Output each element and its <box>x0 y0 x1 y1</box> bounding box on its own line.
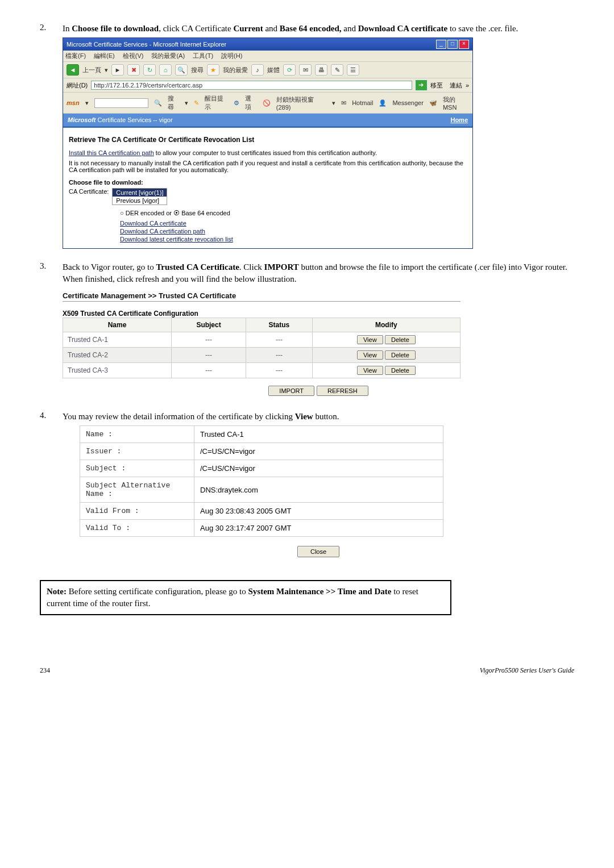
close-button[interactable]: × <box>459 40 469 49</box>
trusted-ca-table: Name Subject Status Modify Trusted CA-1 … <box>63 318 460 378</box>
menu-help[interactable]: 說明(H) <box>221 52 242 60</box>
mymsn-icon[interactable]: 🦋 <box>429 99 437 107</box>
note-box: Note: Before setting certificate configu… <box>40 580 451 615</box>
highlight-icon[interactable]: ✎ <box>194 99 199 107</box>
minimize-button[interactable]: _ <box>436 40 446 49</box>
cell-subject: --- <box>172 347 246 362</box>
go-button[interactable]: ➜ <box>416 80 427 90</box>
favorites-label: 我的最愛 <box>223 66 248 74</box>
download-ca-path-link[interactable]: Download CA certification path <box>120 228 467 235</box>
cell-status: --- <box>246 362 313 378</box>
view-button[interactable]: View <box>357 335 383 344</box>
back-icon[interactable]: ◄ <box>67 64 79 76</box>
cert-mgmt-title: Certificate Management >> Trusted CA Cer… <box>63 288 460 302</box>
detail-val: /C=US/CN=vigor <box>194 460 443 477</box>
mail-icon[interactable]: ✉ <box>299 64 312 76</box>
discuss-icon[interactable]: ☰ <box>347 64 359 76</box>
search-label: 搜尋 <box>191 66 204 74</box>
edit-icon[interactable]: ✎ <box>331 64 343 76</box>
msn-search-dropdown[interactable] <box>94 98 148 108</box>
msn-highlight-label: 醒目提示 <box>205 94 228 111</box>
certsrv-header: Microsoft Certificate Services -- vigor … <box>63 114 472 128</box>
ie-menubar: 檔案(F) 編輯(E) 檢視(V) 我的最愛(A) 工具(T) 說明(H) <box>63 51 472 62</box>
ca-cert-listbox[interactable]: Current [vigor(1)] Previous [vigor] <box>112 188 167 205</box>
ca-cert-previous[interactable]: Previous [vigor] <box>113 197 167 205</box>
menu-edit[interactable]: 編輯(E) <box>94 52 115 60</box>
certsrv-brand: Microsoft <box>68 116 96 123</box>
view-button[interactable]: View <box>357 350 383 360</box>
download-ca-cert-link[interactable]: Download CA certificate <box>120 220 467 227</box>
ie-addressbar: 網址(D) http://172.16.2.179/certsrv/certca… <box>63 78 472 93</box>
refresh-icon[interactable]: ↻ <box>143 64 156 76</box>
stop-icon[interactable]: ✖ <box>127 64 140 76</box>
msn-search-label: 搜尋 <box>168 94 180 111</box>
msn-sep: ▾ <box>185 99 188 107</box>
delete-button[interactable]: Delete <box>385 335 416 344</box>
search-icon[interactable]: 🔍 <box>175 64 188 76</box>
detail-key: Valid To : <box>80 520 194 537</box>
media-label: 媒體 <box>267 66 280 74</box>
download-crl-link[interactable]: Download latest certificate revocation l… <box>120 236 467 243</box>
view-button[interactable]: View <box>357 366 383 375</box>
guide-title: VigorPro5500 Series User's Guide <box>480 666 574 675</box>
delete-button[interactable]: Delete <box>385 366 416 375</box>
forward-icon[interactable]: ► <box>111 64 124 76</box>
msn-chevron-icon[interactable]: ▾ <box>85 99 89 107</box>
ie-titlebar: Microsoft Certificate Services - Microso… <box>63 38 472 51</box>
msn-blocker-label: 封鎖快顯視窗 (289) <box>276 95 326 111</box>
cell-subject: --- <box>172 332 246 347</box>
table-row: Trusted CA-1 --- --- View Delete <box>63 332 460 347</box>
address-input[interactable]: http://172.16.2.179/certsrv/certcarc.asp <box>91 81 412 90</box>
col-name: Name <box>63 318 172 332</box>
detail-val: DNS:draytek.com <box>194 477 443 503</box>
certsrv-home-link[interactable]: Home <box>450 116 468 123</box>
favorites-icon[interactable]: ★ <box>207 64 219 76</box>
messenger-icon[interactable]: 👤 <box>379 99 387 107</box>
home-icon[interactable]: ⌂ <box>159 64 172 76</box>
install-ca-path-rest: to allow your computer to trust certific… <box>154 149 377 156</box>
close-button[interactable]: Close <box>297 546 339 557</box>
popup-blocker-icon[interactable]: 🚫 <box>263 99 271 107</box>
address-label: 網址(D) <box>67 81 88 90</box>
menu-tools[interactable]: 工具(T) <box>193 52 213 60</box>
step-2-number: 2. <box>40 23 63 249</box>
msn-hotmail-label: Hotmail <box>352 99 373 106</box>
step-4-text: You may review the detail information of… <box>63 411 574 422</box>
menu-favorites[interactable]: 我的最愛(A) <box>151 52 185 60</box>
cell-status: --- <box>246 332 313 347</box>
msn-options-label: 選項 <box>245 94 257 111</box>
x509-heading: X509 Trusted CA Certificate Configuratio… <box>63 310 574 318</box>
cell-name: Trusted CA-2 <box>63 347 172 362</box>
options-icon[interactable]: ⚙ <box>234 99 239 107</box>
delete-button[interactable]: Delete <box>385 350 416 360</box>
refresh-button[interactable]: REFRESH <box>317 386 368 396</box>
msn-messenger-label: Messenger <box>392 99 423 106</box>
cell-subject: --- <box>172 362 246 378</box>
toolbar-sep: ▾ <box>105 66 108 74</box>
go-label: 移至 <box>430 81 443 90</box>
ca-cert-current[interactable]: Current [vigor(1)] <box>113 189 167 197</box>
step-4-number: 4. <box>40 411 63 557</box>
links-chevron-icon[interactable]: » <box>466 82 469 89</box>
ie-title-text: Microsoft Certificate Services - Microso… <box>67 41 226 48</box>
import-button[interactable]: IMPORT <box>268 386 314 396</box>
maximize-button[interactable]: □ <box>447 40 458 49</box>
msn-blocker-chevron[interactable]: ▾ <box>332 99 335 107</box>
hotmail-icon[interactable]: ✉ <box>341 99 346 107</box>
encoding-radios[interactable]: ○ DER encoded or ⦿ Base 64 encoded <box>120 210 467 216</box>
col-subject: Subject <box>172 318 246 332</box>
media-icon[interactable]: ♪ <box>251 64 264 76</box>
section-heading: Retrieve The CA Certificate Or Certifica… <box>69 136 467 144</box>
table-row: Trusted CA-2 --- --- View Delete <box>63 347 460 362</box>
msn-search-icon[interactable]: 🔍 <box>154 99 162 107</box>
detail-key: Valid From : <box>80 503 194 520</box>
menu-file[interactable]: 檔案(F) <box>65 52 86 60</box>
menu-view[interactable]: 檢視(V) <box>123 52 144 60</box>
install-ca-path-link[interactable]: Install this CA certification path <box>69 149 154 156</box>
ie-window: Microsoft Certificate Services - Microso… <box>63 37 473 249</box>
certsrv-content: Retrieve The CA Certificate Or Certifica… <box>63 128 472 248</box>
history-icon[interactable]: ⟳ <box>283 64 296 76</box>
detail-key: Subject Alternative Name : <box>80 477 194 503</box>
table-row: Trusted CA-3 --- --- View Delete <box>63 362 460 378</box>
print-icon[interactable]: 🖶 <box>315 64 327 76</box>
